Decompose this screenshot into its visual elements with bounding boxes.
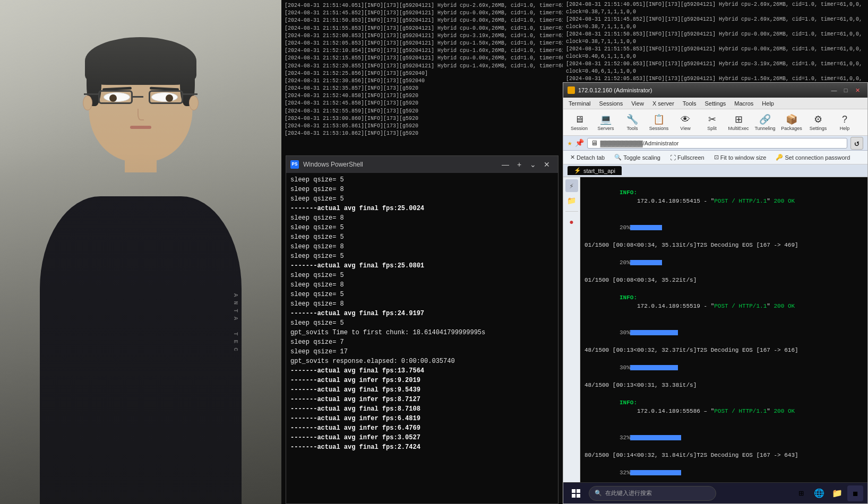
ps-line: sleep qsize= 5 — [290, 232, 554, 242]
menu-terminal[interactable]: Terminal — [565, 98, 594, 109]
toolbar-multiexec-label: MultiExec — [728, 126, 749, 131]
toolbar-help-btn[interactable]: ? Help — [832, 111, 857, 134]
toolbar-servers-btn[interactable]: 💻 Servers — [593, 111, 618, 134]
toolbar-help-label: Help — [840, 126, 850, 131]
menu-xserver[interactable]: X server — [649, 98, 677, 109]
toolbar-view-btn[interactable]: 👁 View — [673, 111, 698, 134]
ps-fps-line: -------actual avg final fps:13.7564 — [290, 366, 554, 376]
ps-infer-line: -------actual avg infer fps:6.4769 — [290, 423, 554, 433]
top-terminal-line: [2024-08-31 21:52:20.855][INFO][173][g59… — [285, 63, 560, 70]
powershell-minimize-btn[interactable]: — — [499, 158, 512, 171]
toggle-scaling-btn[interactable]: 🔍 Toggle scaling — [612, 153, 663, 162]
sidebar-divider — [565, 211, 578, 212]
fit-window-btn[interactable]: ⊡ Fit to window size — [711, 153, 769, 162]
detach-tab-btn[interactable]: ✕ Detach tab — [568, 153, 607, 162]
ps-infer-line: -------actual avg infer fps:3.0527 — [290, 433, 554, 442]
bg-terminal: [2024-08-31 21:51:40.051][INFO][173][g59… — [563, 0, 868, 82]
progress-line-4: 30% — [585, 354, 863, 381]
ps-line: sleep qsize= 8 — [290, 280, 554, 290]
progress-line-6: 32% — [585, 459, 863, 482]
task-view-btn[interactable]: ⊞ — [793, 485, 809, 501]
bg-terminal-line: [2024-08-31 21:51:45.852][INFO][173][g59… — [566, 16, 865, 31]
progress-pct-2: 20% — [620, 259, 630, 266]
detach-label: Detach tab — [577, 154, 605, 161]
info-label-2: INFO: — [620, 294, 637, 301]
toolbar-tunneling-btn[interactable]: 🔗 Tunneling — [752, 111, 778, 134]
admin-text: /Administrator — [643, 140, 679, 146]
bg-terminal-line: [2024-08-31 21:51:50.853][INFO][173][g59… — [566, 31, 865, 46]
ps-line: sleep qsize= 8 — [290, 242, 554, 251]
toolbar-sessions-btn[interactable]: 📋 Sessions — [646, 111, 672, 134]
ps-line: sleep qsize= 17 — [290, 347, 554, 357]
ps-line: sleep qsize= 5 — [290, 318, 554, 328]
windows-taskbar: 🔍 在此键入进行搜索 ⊞ 🌐 📁 ◼ — [563, 482, 867, 503]
toolbar-split-btn[interactable]: ✂ Split — [699, 111, 725, 134]
toolbar-session-btn[interactable]: 🖥 Session — [566, 111, 592, 134]
mobaxterm-maximize-btn[interactable]: □ — [840, 85, 852, 95]
sidebar-terminal-icon[interactable]: ⚡ — [565, 179, 578, 192]
bg-terminal-line: [2024-08-31 21:51:55.853][INFO][173][g59… — [566, 46, 865, 60]
person-silhouette: ANTA TEC — [0, 0, 281, 504]
address-box[interactable]: 🖥 ▓▓▓▓▓▓▓▓▓▓ /Administrator — [587, 138, 847, 149]
menu-sessions[interactable]: Sessions — [596, 98, 626, 109]
tab-bar: ⚡ start_tts_api — [563, 164, 867, 177]
sidebar-red-dot[interactable]: ● — [565, 216, 578, 229]
set-password-btn[interactable]: 🔑 Set connection password — [773, 153, 853, 162]
ps-fps-line: -------actual avg final fps:25.0801 — [290, 261, 554, 271]
toolbar-tools-btn[interactable]: 🔧 Tools — [620, 111, 645, 134]
taskbar-icons-area: ⊞ 🌐 📁 ◼ — [793, 485, 863, 501]
file-explorer-btn[interactable]: 📁 — [829, 485, 845, 501]
toolbar-settings-btn[interactable]: ⚙ Settings — [805, 111, 831, 134]
toolbar-packages-btn[interactable]: 📦 Packages — [779, 111, 804, 134]
taskbar-search-box[interactable]: 🔍 在此键入进行搜索 — [589, 486, 716, 501]
tab-label: start_tts_api — [583, 168, 615, 174]
view-icon: 👁 — [681, 114, 690, 125]
terminal-task-btn[interactable]: ◼ — [847, 485, 863, 501]
tab-start-tts[interactable]: ⚡ start_tts_api — [568, 166, 622, 175]
tools-icon: 🔧 — [626, 114, 638, 125]
bg-terminal-line: [2024-08-31 21:52:00.853][INFO][173][g59… — [566, 60, 865, 75]
fullscreen-btn[interactable]: ⛶ Fullscreen — [667, 153, 707, 162]
powershell-chevron-btn[interactable]: ⌄ — [526, 158, 540, 171]
mobaxterm-address-bar: ★ 📌 🖥 ▓▓▓▓▓▓▓▓▓▓ /Administrator ↺ — [563, 136, 867, 151]
detach-icon: ✕ — [570, 154, 575, 161]
info-label-3: INFO: — [620, 399, 637, 406]
edge-browser-btn[interactable]: 🌐 — [811, 485, 827, 501]
password-label: Set connection password — [785, 154, 850, 161]
settings-icon: ⚙ — [814, 114, 822, 125]
scaling-label: Toggle scaling — [623, 154, 660, 161]
menu-settings[interactable]: Settings — [702, 98, 729, 109]
ps-fps-line: -------actual avg final fps:2.7424 — [290, 442, 554, 452]
sidebar-folder-icon[interactable]: 📁 — [565, 194, 578, 207]
top-terminal: [2024-08-31 21:51:40.051][INFO][173][g59… — [281, 0, 563, 159]
ps-fps-line: -------actual avg final fps:8.7108 — [290, 404, 554, 414]
sessions-icon: 📋 — [653, 114, 665, 125]
mobaxterm-minimize-btn[interactable]: — — [828, 85, 840, 95]
toolbar-multiexec-btn[interactable]: ⊞ MultiExec — [726, 111, 751, 134]
ps-line: sleep qsize= 8 — [290, 213, 554, 223]
powershell-plus-btn[interactable]: + — [512, 158, 526, 171]
menu-macros[interactable]: Macros — [731, 98, 757, 109]
ps-infer-line: -------actual avg infer fps:8.7127 — [290, 395, 554, 404]
start-button[interactable] — [568, 485, 585, 501]
address-refresh-btn[interactable]: ↺ — [850, 137, 863, 150]
info-text-2: 172.0.14.189:55519 - "POST / HTTP/1.1" 2… — [620, 303, 795, 309]
terminal-content-area[interactable]: INFO: 172.0.14.189:55415 - "POST / HTTP/… — [580, 177, 867, 482]
bg-terminal-line: [2024-08-31 21:51:40.051][INFO][173][g59… — [566, 1, 865, 16]
session-icon: 🖥 — [574, 114, 584, 125]
progress-bar-6 — [630, 470, 681, 475]
mobaxterm-titlebar: 172.0.12.160 (Administrator) — □ ✕ — [563, 83, 867, 98]
multiexec-icon: ⊞ — [735, 114, 743, 125]
ps-line: gpt_sovits response.elapsed: 0:00:00.035… — [290, 357, 554, 366]
menu-tools[interactable]: Tools — [680, 98, 700, 109]
mobaxterm-close-btn[interactable]: ✕ — [852, 85, 863, 95]
top-terminal-line: [2024-08-31 21:52:25.856][INFO][173][g59… — [285, 70, 560, 77]
menu-view[interactable]: View — [628, 98, 647, 109]
toolbar-session-label: Session — [571, 126, 588, 131]
menu-help[interactable]: Help — [759, 98, 777, 109]
powershell-close-btn[interactable]: ✕ — [540, 158, 554, 171]
top-terminal-line: [2024-08-31 21:51:50.853][INFO][173][g59… — [285, 17, 560, 24]
top-terminal-line: [2024-08-31 21:52:40.858][INFO][173][g59… — [285, 92, 560, 100]
ps-fps-line: -------actual avg final fps:25.0024 — [290, 204, 554, 213]
top-terminal-line: [2024-08-31 21:52:00.853][INFO][173][g59… — [285, 32, 560, 40]
